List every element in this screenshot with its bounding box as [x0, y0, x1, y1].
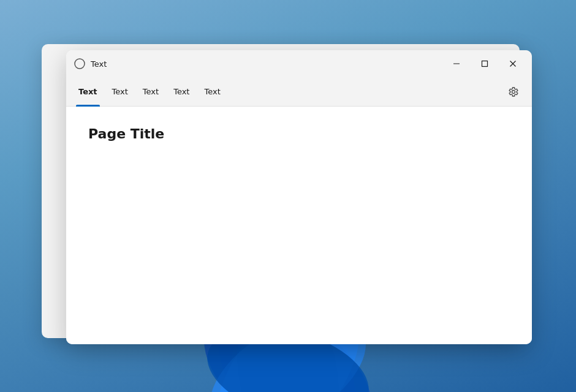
content-area: Page Title	[66, 107, 532, 344]
nav-tab-0[interactable]: Text	[71, 77, 105, 107]
nav-tab-4[interactable]: Text	[197, 77, 227, 107]
page-title: Page Title	[88, 126, 510, 141]
nav-tab-3[interactable]: Text	[166, 77, 197, 107]
nav-bar: Text Text Text Text Text	[66, 77, 532, 107]
svg-rect-9	[482, 61, 488, 67]
close-button[interactable]	[499, 54, 527, 74]
main-window: Text Text Text Text Text	[66, 50, 532, 344]
window-controls	[442, 54, 527, 74]
title-bar: Text	[66, 50, 532, 77]
nav-tab-2[interactable]: Text	[135, 77, 166, 107]
window-title: Text	[91, 59, 442, 69]
gear-icon	[508, 86, 519, 97]
settings-button[interactable]	[502, 81, 525, 103]
svg-point-7	[75, 59, 85, 69]
maximize-button[interactable]	[471, 54, 499, 74]
nav-tabs: Text Text Text Text Text	[71, 77, 502, 107]
minimize-button[interactable]	[442, 54, 471, 74]
nav-tab-1[interactable]: Text	[105, 77, 135, 107]
app-icon	[74, 58, 86, 70]
